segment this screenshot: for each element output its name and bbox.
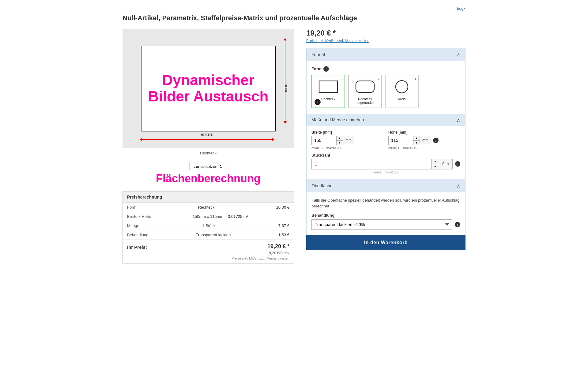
stueck-down[interactable]: ▼	[432, 164, 439, 169]
accordion-oberflaeche-body: Falls die Oberfläche speziell behandelt …	[307, 192, 465, 235]
hoehe-hint: min=115, max=215	[388, 146, 460, 150]
canvas-text: Dynamischer Bilder Austausch	[148, 72, 269, 105]
price-total-label: Ihr Preis:	[127, 245, 147, 250]
hoehe-stepper: ▲ ▼	[413, 136, 420, 145]
masse-label: Maße und Menge eingeben	[311, 117, 364, 122]
stueck-input-wrap: ▲ ▼ Stck	[311, 159, 453, 169]
row-behandlung-value: Transparent lackiert	[196, 233, 231, 237]
dim-right-arrow	[285, 38, 285, 124]
accordion-oberflaeche-header[interactable]: Oberfläche ∧	[307, 179, 465, 192]
dim-height-label: HÖHE	[284, 84, 288, 93]
shape-rounded-label: Rechteck abgerundet	[352, 97, 378, 104]
form-section-label: Form i	[311, 66, 460, 72]
shape-rechteck-check: ✓	[315, 99, 321, 105]
shape-rechteck[interactable]: + ✓ Rechteck	[311, 75, 345, 108]
oberflaeche-chevron-up: ∧	[457, 183, 460, 189]
breite-label: Breite [mm]	[311, 130, 383, 135]
svg-rect-0	[319, 81, 337, 93]
price-per-stueck: 19,20 €/Stück	[123, 251, 294, 256]
hoehe-info-icon[interactable]: i	[433, 138, 439, 143]
stueck-label: Stückzahl	[311, 153, 460, 157]
price-row-breite: Breite x Höhe 150mm x 115mm = 0.01725 m²	[123, 212, 294, 221]
svg-rect-1	[356, 81, 374, 93]
row-menge-value: 1 Stück	[202, 223, 215, 228]
form-info-icon[interactable]: i	[323, 66, 329, 72]
price-total-row: Ihr Preis: 19,20 € *	[123, 240, 294, 251]
hoehe-label: Höhe [mm]	[388, 130, 460, 135]
behandlung-label: Behandlung	[311, 213, 460, 218]
masse-chevron-up: ∧	[457, 117, 460, 123]
row-breite-label: Breite x Höhe	[127, 214, 151, 219]
accordion-oberflaeche: Oberfläche ∧ Falls die Oberfläche spezie…	[306, 179, 466, 235]
dimension-row: Breite [mm] ▲ ▼ mm	[311, 130, 460, 150]
top-bar: bogx	[123, 6, 466, 11]
shape-kreis-label: Kreis	[389, 97, 415, 101]
accordion-format-header[interactable]: Format ∧	[307, 48, 465, 61]
masse-header[interactable]: Maße und Menge eingeben ∧	[307, 114, 465, 126]
row-behandlung-amount: 1,53 €	[278, 233, 289, 237]
shape-rechteck-icon	[316, 78, 341, 95]
canvas-area: Dynamischer Bilder Austausch	[141, 46, 276, 131]
breite-group: Breite [mm] ▲ ▼ mm	[311, 130, 383, 150]
price-calc-header: Preisberechnung	[123, 192, 294, 203]
page-container: bogx Null-Artikel, Parametrix, Staffelpr…	[110, 0, 478, 270]
breite-hint: min=150, max=1200	[311, 146, 383, 150]
row-form-label: Form	[127, 205, 136, 210]
reset-icon: ↻	[219, 164, 223, 169]
product-title: Null-Artikel, Parametrix, Staffelpreise-…	[123, 14, 466, 23]
reset-wrap: zurücksetzen ↻	[123, 158, 294, 171]
stueck-input[interactable]	[312, 159, 431, 169]
hoehe-unit: mm	[420, 136, 431, 144]
bogx-link[interactable]: bogx	[457, 6, 466, 11]
shape-kreis-plus: +	[414, 77, 417, 82]
row-form-value: Rechteck	[198, 205, 214, 210]
row-form-amount: 10,00 €	[276, 205, 289, 210]
add-to-cart-button[interactable]: In den Warenkorb	[306, 235, 466, 250]
breite-input[interactable]	[312, 136, 336, 145]
product-left: HÖHE Dynamischer Bilder Austausch BREITE…	[123, 29, 294, 264]
shape-rechteck-abgerundet[interactable]: + Rechteck abgerundet	[348, 75, 382, 108]
breite-down[interactable]: ▼	[337, 141, 343, 145]
behandlung-info-icon[interactable]: i	[455, 222, 460, 227]
behandlung-select[interactable]: Keine Behandlung Transparent lackiert +2…	[311, 219, 452, 230]
price-row-menge: Menge 1 Stück 7,67 €	[123, 221, 294, 230]
hoehe-group: Höhe [mm] ▲ ▼ mm	[388, 130, 460, 150]
hoehe-input-row: ▲ ▼ mm i	[388, 136, 460, 145]
hoehe-down[interactable]: ▼	[413, 141, 420, 145]
reset-button[interactable]: zurücksetzen ↻	[189, 162, 227, 171]
price-inkl-bottom: Preise inkl. MwSt. zzgl. Versandkosten	[123, 256, 294, 263]
accordion-format: Format ∧ Form i +	[306, 48, 466, 179]
chevron-up-icon: ∧	[457, 52, 460, 58]
price-calc-box: Preisberechnung Form Rechteck 10,00 € Br…	[123, 191, 294, 264]
oberflaeche-label: Oberfläche	[311, 183, 332, 188]
product-right: 19,20 € * Preise inkl. MwSt. zzgl. Versa…	[306, 29, 466, 250]
dim-width-label: BREITE	[201, 133, 213, 137]
hoehe-input[interactable]	[389, 136, 413, 145]
dim-bottom-arrow: BREITE	[140, 139, 274, 140]
row-behandlung-label: Behandlung	[127, 233, 148, 237]
row-breite-value: 150mm x 115mm = 0.01725 m²	[193, 214, 248, 219]
accordion-format-body: Form i + ✓ Rech	[307, 61, 465, 179]
breite-up[interactable]: ▲	[337, 136, 343, 141]
stueck-up[interactable]: ▲	[432, 159, 439, 164]
svg-point-2	[396, 81, 408, 93]
price-total-value: 19,20 € *	[267, 243, 289, 250]
shape-rounded-icon	[353, 78, 377, 95]
breite-stepper: ▲ ▼	[336, 136, 343, 145]
shape-rounded-plus: +	[378, 77, 380, 82]
hoehe-input-wrap: ▲ ▼ mm	[388, 136, 431, 145]
breite-input-wrap: ▲ ▼ mm	[311, 136, 354, 145]
masse-section: Maße und Menge eingeben ∧ Breite [mm]	[311, 114, 460, 174]
price-row-behandlung: Behandlung Transparent lackiert 1,53 €	[123, 230, 294, 240]
price-main: 19,20 € *	[306, 29, 466, 37]
flaechen-wrap: Flächenberechnung	[123, 172, 294, 185]
stueck-input-row: ▲ ▼ Stck i	[311, 159, 460, 169]
stueck-info-icon[interactable]: i	[455, 161, 460, 167]
shape-grid: + ✓ Rechteck +	[311, 75, 460, 108]
price-inkl-top[interactable]: Preise inkl. MwSt. zzgl. Versandkosten	[306, 39, 466, 43]
flaechen-label: Flächenberechnung	[123, 172, 294, 185]
hoehe-up[interactable]: ▲	[413, 136, 420, 141]
shape-kreis[interactable]: + Kreis	[385, 75, 419, 108]
stueck-hint: min=1, max=1000	[311, 170, 460, 174]
shape-kreis-icon	[390, 78, 414, 95]
